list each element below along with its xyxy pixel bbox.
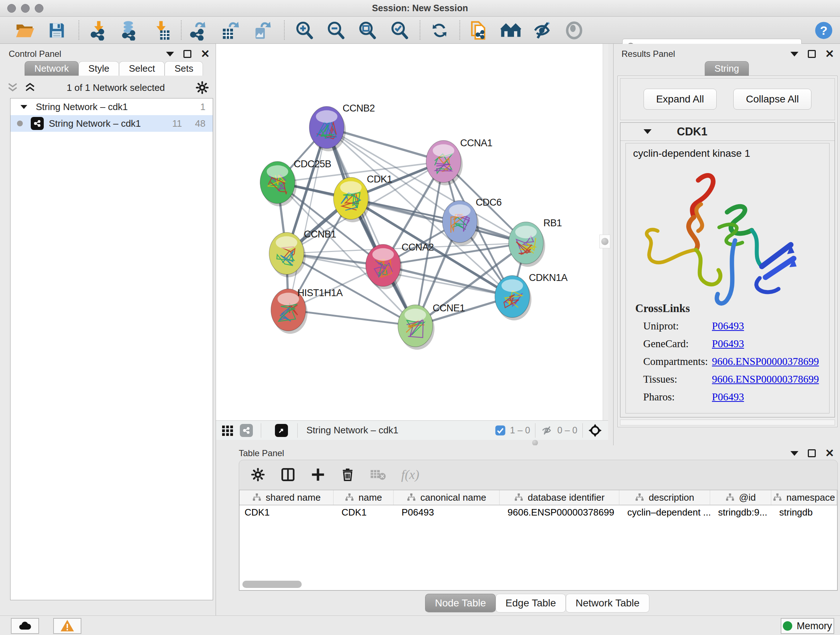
table-settings-gear-icon[interactable] [251,467,265,482]
grid-view-icon[interactable] [221,424,234,437]
float-panel-icon[interactable] [808,449,816,457]
crosslink-link[interactable]: P06493 [712,320,744,332]
edge-CCNB2-HIST1H1A[interactable] [288,127,327,310]
export-table-button[interactable] [220,20,241,41]
control-panel: Control Panel ✕ NetworkStyleSelectSets 1… [0,44,216,616]
node-CCNE1[interactable]: CCNE1 [398,302,465,350]
close-panel-icon[interactable]: ✕ [825,50,834,58]
memory-button[interactable]: Memory [781,618,834,634]
column-header-database-identifier[interactable]: database identifier [500,490,619,505]
import-table-button[interactable] [150,20,172,41]
cloud-status-button[interactable] [11,618,39,634]
network-node-count: 11 [172,118,182,129]
column-header--id[interactable]: @id [710,490,771,505]
tab-style[interactable]: Style [79,61,119,76]
close-panel-icon[interactable]: ✕ [825,449,834,457]
column-header-name[interactable]: name [333,490,393,505]
zoom-selected-button[interactable] [389,20,410,41]
node-CDKN1A[interactable]: CDKN1A [495,272,568,320]
node-CCNB2[interactable]: CCNB2 [309,103,375,151]
panel-menu-icon[interactable] [790,451,798,456]
zoom-in-button[interactable] [294,20,315,41]
import-network-database-button[interactable] [118,20,140,41]
column-header-description[interactable]: description [619,490,710,505]
gear-icon[interactable] [195,81,209,95]
node-CCNB1[interactable]: CCNB1 [269,229,336,277]
node-label-CCNB2: CCNB2 [343,103,375,114]
warnings-button[interactable] [53,618,81,634]
tab-edge-table[interactable]: Edge Table [496,594,566,613]
right-splitter-track[interactable] [603,44,608,420]
zoom-out-button[interactable] [325,20,346,41]
table-hscroll-thumb[interactable] [242,581,302,588]
section-collapse-icon[interactable] [644,129,652,134]
node-CDC25B[interactable]: CDC25B [260,158,332,206]
crosslink-link[interactable]: P06493 [712,338,744,350]
results-scrollbar[interactable] [620,420,835,425]
tab-select[interactable]: Select [119,61,164,76]
tab-network-table[interactable]: Network Table [566,594,649,613]
column-header-canonical-name[interactable]: canonical name [393,490,500,505]
network-collection-row[interactable]: String Network – cdk1 1 [11,98,213,115]
hidden-eye-slash-icon [540,424,554,436]
selected-checkbox-icon[interactable] [495,425,506,436]
export-network-button[interactable] [188,20,209,41]
table-cell[interactable]: CDK1 [333,505,393,521]
expand-all-button[interactable]: Expand All [644,89,717,110]
zoom-fit-button[interactable] [357,20,378,41]
help-button[interactable]: ? [813,20,834,41]
right-splitter-handle[interactable] [600,234,610,249]
hide-graphics-button[interactable] [532,20,553,41]
node-HIST1H1A[interactable]: HIST1H1A [271,287,343,334]
tab-string[interactable]: String [705,61,749,76]
table-row[interactable]: CDK1CDK1P064939606.ENSP00000378699cyclin… [240,505,837,521]
show-columns-icon[interactable] [280,467,295,482]
float-panel-icon[interactable] [183,50,191,58]
import-network-file-button[interactable] [88,20,109,41]
table-cell[interactable]: stringdb:9... [710,505,771,521]
table-cell[interactable]: CDK1 [240,505,333,521]
column-header-namespace[interactable]: namespace [771,490,837,505]
save-session-button[interactable] [46,20,67,41]
expand-all-icon[interactable] [24,82,36,93]
collapse-all-button[interactable]: Collapse All [733,89,812,110]
panel-menu-icon[interactable] [166,52,174,57]
tab-network[interactable]: Network [25,61,79,76]
node-CDK1[interactable]: CDK1 [333,174,392,222]
network-canvas[interactable]: CCNB2CCNA1CDC25BCDK1CDC6RB1CCNB1CCNA2CDK… [216,44,608,420]
crosslink-link[interactable]: 9606.ENSP00000378699 [712,356,819,367]
crosslink-link[interactable]: P06493 [712,391,744,403]
open-session-button[interactable] [14,20,35,41]
refresh-button[interactable] [429,20,450,41]
crosslink-row: Pharos:P06493 [635,391,819,403]
export-image-button[interactable] [252,20,273,41]
results-panel: Results Panel ✕ String Expand All Collap… [613,44,840,445]
close-panel-icon[interactable]: ✕ [201,50,210,58]
detach-view-icon[interactable] [275,424,288,437]
table-cell[interactable]: stringdb [771,505,837,521]
column-header-shared-name[interactable]: shared name [240,490,333,505]
panel-menu-icon[interactable] [790,52,798,57]
node-RB1[interactable]: RB1 [508,218,562,267]
float-panel-icon[interactable] [808,50,816,58]
add-column-icon[interactable] [311,467,325,482]
table-cell[interactable]: 9606.ENSP00000378699 [500,505,619,521]
crosslink-link[interactable]: 9606.ENSP00000378699 [712,373,819,385]
gene-section-header[interactable]: CDK1 [621,123,835,141]
clone-network-button[interactable] [468,20,489,41]
column-header-label: description [649,492,694,503]
network-row[interactable]: String Network – cdk1 11 48 [11,115,213,132]
network-view-type-icon[interactable] [240,424,253,437]
show-home-button[interactable] [500,20,521,41]
tab-sets[interactable]: Sets [164,61,203,76]
table-cell[interactable]: P06493 [393,505,500,521]
node-CDC6[interactable]: CDC6 [442,197,502,245]
collapse-all-icon[interactable] [6,82,19,93]
tab-node-table[interactable]: Node Table [425,594,496,613]
collection-expand-icon[interactable] [21,105,27,109]
birdseye-icon[interactable] [588,423,602,438]
show-graphics-button[interactable] [564,20,584,41]
delete-column-trash-icon[interactable] [340,467,355,482]
network-type-icon [31,117,44,130]
table-cell[interactable]: cyclin–dependent ... [619,505,710,521]
